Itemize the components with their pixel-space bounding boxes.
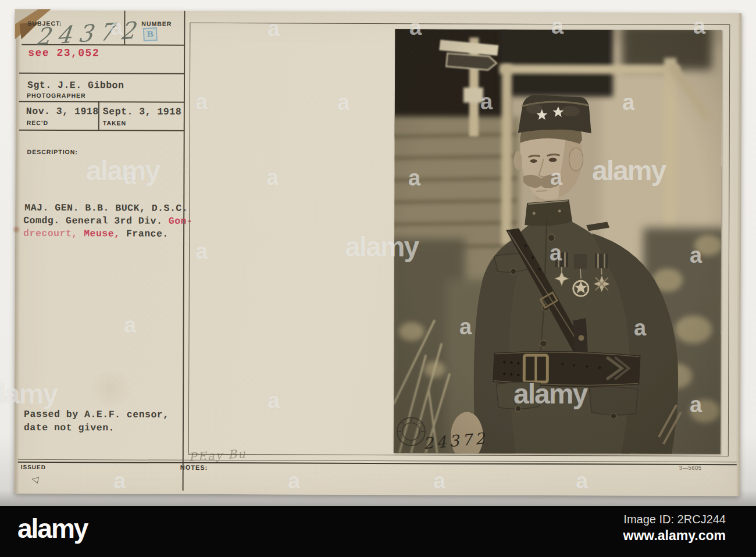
photographer-value: Sgt. J.E. Gibbon (27, 80, 124, 91)
taken-label: TAKEN (103, 119, 126, 126)
divider-line (19, 101, 184, 102)
censor-note-line1: Passed by A.E.F. censor, (24, 409, 169, 420)
card-left-edge-shadow (15, 10, 22, 494)
photograph-svg: 24372 (394, 29, 722, 454)
description-line3: drecourt, Meuse, France. (23, 228, 169, 240)
taken-date-value: Sept. 3, 1918 (103, 106, 181, 117)
photographer-label: PHOTOGRAPHER (27, 92, 86, 99)
issued-check-triangle-icon: ◁ (31, 473, 40, 485)
alamy-footer-bar: alamy Image ID: 2RCJ244 www.alamy.com (0, 506, 756, 557)
description-line2: Comdg. General 3rd Div. Gon- (23, 215, 192, 227)
received-label: REC'D (27, 119, 48, 126)
paper-stain (84, 371, 137, 406)
paper-stain (12, 226, 21, 234)
received-date-value: Nov. 3, 1918 (26, 106, 99, 117)
plate-number: 3—5605 (679, 465, 702, 471)
description-line3-black: France. (120, 228, 169, 239)
photo-index-card: SUBJECT: 24372 see 23,052 NUMBER B Sgt. … (15, 10, 742, 496)
issued-label: ISSUED (21, 464, 46, 470)
description-line1: MAJ. GEN. B.B. BUCK, D.S.C. (24, 202, 188, 214)
divider-line (183, 11, 185, 491)
description-label: DESCRIPTION: (27, 148, 78, 155)
divider-line (19, 130, 184, 131)
alamy-stock-photo-page: SUBJECT: 24372 see 23,052 NUMBER B Sgt. … (0, 0, 756, 557)
description-line2-black: Comdg. General 3rd Div. (23, 215, 169, 227)
image-id-text: Image ID: 2RCJ244 (623, 513, 726, 526)
card-right-edge-shadow (736, 13, 742, 496)
see-reference-stamp: see 23,052 (28, 47, 99, 59)
alamy-url-text: www.alamy.com (623, 528, 726, 544)
photograph: 24372 (394, 29, 722, 454)
alamy-logo: alamy (17, 513, 87, 544)
number-label: NUMBER (141, 20, 172, 27)
description-line3-red: Meuse, (78, 228, 120, 239)
divider-line (19, 73, 184, 74)
divider-line (18, 462, 737, 465)
description-line3-red-faded: drecourt, (23, 228, 78, 239)
notes-label: NOTES: (180, 464, 208, 471)
censor-note-line2: date not given. (24, 422, 115, 434)
blue-censor-stamp-icon: B (143, 27, 158, 41)
